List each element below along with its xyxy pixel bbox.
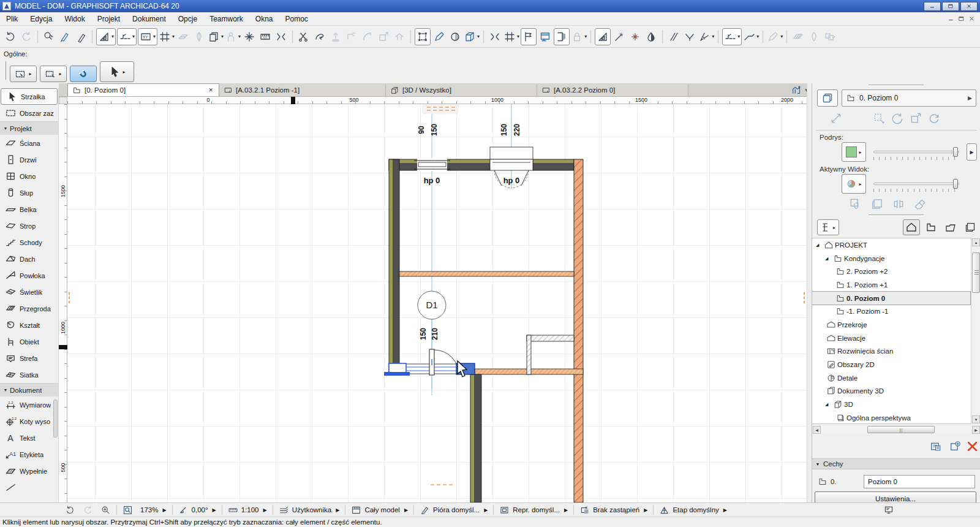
panel-grab-handle[interactable] [869,85,924,86]
selection-marquee-button[interactable] [10,66,37,82]
roof-tool[interactable]: Dach [0,251,58,267]
item-dokument[interactable]: ▼ Dokument [0,383,58,396]
compare-views-icon[interactable] [892,197,905,211]
lock-icon[interactable] [571,28,587,45]
item-pomoc[interactable]: Pomoc [279,13,314,25]
stretch-box-icon[interactable] [376,28,391,45]
parallel-icon[interactable] [666,28,681,45]
onion-skin-icon[interactable] [448,28,462,45]
wall-right-brick[interactable] [574,159,583,502]
scroll-left-icon[interactable]: ◀ [813,426,821,434]
active-view-slider-thumb[interactable] [953,179,958,189]
mesh-tool[interactable]: Siatka [0,366,58,383]
delete-icon[interactable] [964,439,980,453]
stair-tool[interactable]: Schody [0,234,58,251]
rotate-view-icon[interactable] [891,112,904,125]
auto-dimension-icon[interactable]: 12 [258,28,273,45]
find-select-icon[interactable] [42,28,56,45]
zoom-in-button[interactable] [97,503,115,517]
panel-grab-handle[interactable] [869,214,924,216]
doc-minimize-button[interactable] [948,15,954,22]
doc-restore-button[interactable] [958,15,965,22]
worksheet[interactable]: Obszary 2D [812,358,970,371]
zoom-redo-button[interactable] [79,503,97,517]
expand-triangle-icon[interactable]: ◢ [825,256,832,261]
underlay-slider-thumb[interactable] [953,147,958,157]
active-view-color-button[interactable] [842,174,866,194]
floor-plan-canvas[interactable]: 90 150 150 220 150 210 hp 0 hp 0 D1 [67,104,807,502]
tab-a0322[interactable]: [A.03.2.2 Poziom 0] [537,84,688,96]
object-tool[interactable]: Obiekt [0,333,58,350]
item-projekt[interactable]: ▼ Projekt [0,121,58,135]
slab-tool[interactable]: Strop [0,218,58,234]
panes-icon[interactable] [791,28,805,45]
section-house[interactable]: Przekroje [812,318,970,332]
wall-lower-vertical[interactable] [470,374,481,502]
pan-view-icon[interactable] [872,112,886,125]
column-tool[interactable]: Słup [0,184,58,201]
layout-book-icon[interactable] [538,28,552,45]
text-tool[interactable]: A Tekst [0,430,58,446]
story-marker-icon[interactable] [521,28,537,45]
ruler-horizontal[interactable]: 0500100015002000 [67,97,807,104]
project-map-button[interactable] [903,219,920,235]
stretch-x-icon[interactable] [488,28,502,45]
view-3d-icon[interactable] [464,28,480,45]
magic-wand-icon[interactable] [192,28,206,45]
project-chooser-button[interactable]: ▸ [817,219,839,235]
skylight-tool[interactable]: Świetlik [0,284,58,300]
perspective[interactable]: Ogólna perspektywa [812,411,970,424]
scrollbar-thumb[interactable] [972,252,980,293]
snap-line-icon[interactable] [722,28,742,45]
model-filter-control[interactable]: Cały model ▶ [347,503,412,517]
window-tool[interactable]: Okno [0,168,58,184]
pick-reference-icon[interactable] [849,197,862,211]
opacity-icon[interactable] [644,28,658,45]
refresh-view-icon[interactable] [927,112,941,125]
snap-point-icon[interactable] [612,28,627,45]
tab-a0321[interactable]: [A.03.2.1 Poziom -1] [219,84,386,96]
inject-parameters-icon[interactable] [74,28,88,45]
zoom-fit-button[interactable] [119,503,137,517]
coordinates-icon[interactable]: XY: [138,28,157,45]
snap-reference-icon[interactable] [117,28,137,45]
gravity-icon[interactable] [176,28,190,45]
active-view-intensity-slider[interactable] [873,183,959,185]
zoom-level-control[interactable]: 173% ▶ [137,503,170,517]
tab-poziom-0[interactable]: [0. Poziom 0] ✕ [67,83,219,96]
story[interactable]: 0. Poziom 0 [812,292,970,305]
item-plik[interactable]: Plik [0,13,24,25]
wall-partition-middle[interactable] [399,271,574,276]
fit-view-icon[interactable] [829,112,843,125]
toolbox-scrollbar[interactable] [53,400,58,438]
scroll-right-icon[interactable]: ▶ [972,426,980,434]
scrollbar-thumb[interactable] [867,426,935,433]
doc-close-button[interactable] [968,15,975,22]
angle-bisector-icon[interactable] [698,28,714,45]
fill-tool[interactable]: Wypełnie [0,463,58,479]
arrow-mode-button[interactable] [100,61,134,82]
tree-scrollbar[interactable]: ▲ ▼ [971,238,980,424]
snap-grid2-icon[interactable] [503,28,519,45]
drag-column-icon[interactable] [328,28,343,45]
magnet-button[interactable] [70,66,97,82]
item-opcje[interactable]: Opcje [172,13,203,25]
shell-tool[interactable]: Powłoka [0,267,58,284]
wall-l-shape[interactable] [527,335,574,374]
pickup-parameters-icon[interactable] [58,28,72,45]
wall-top[interactable] [389,159,574,170]
minimize-button[interactable] [924,2,941,11]
door-marker-d1[interactable]: D1 [418,291,446,319]
door-in-wall-icon[interactable] [554,28,570,45]
underlay-intensity-slider[interactable] [873,151,959,153]
scroll-down-icon[interactable]: ▼ [972,415,980,423]
story[interactable]: 1. Poziom +1 [812,278,970,292]
back-view-icon[interactable] [909,112,922,125]
renovation-phase-control[interactable]: Etap domyślny ▶ [655,503,731,517]
zoom-undo-button[interactable] [61,503,79,517]
section-house[interactable]: Elewacje [812,332,970,345]
story-name-field[interactable]: Poziom 0 [864,475,975,488]
window-1[interactable] [414,158,450,171]
tree-horizontal-scrollbar[interactable]: ◀ ▶ [812,425,980,434]
item-okna[interactable]: Okna [249,13,279,25]
